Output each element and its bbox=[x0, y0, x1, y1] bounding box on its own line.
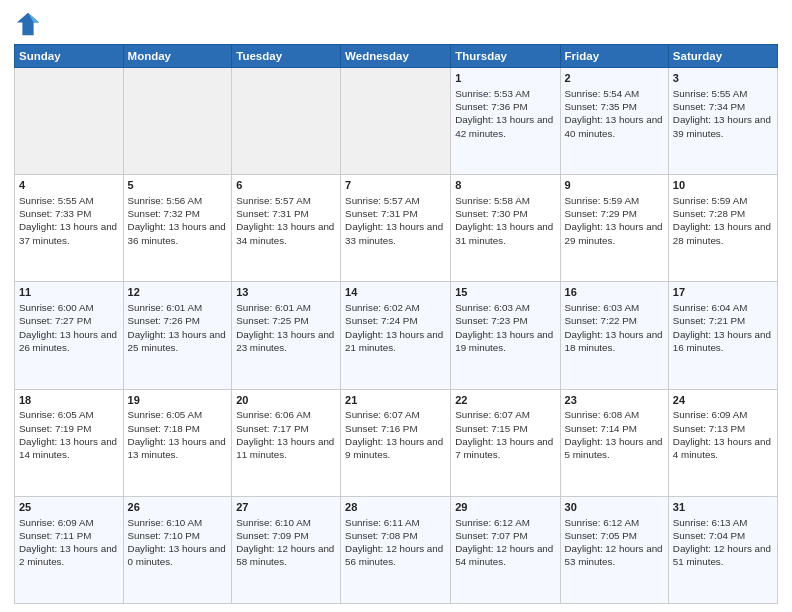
day-number: 29 bbox=[455, 500, 555, 515]
day-number: 2 bbox=[565, 71, 664, 86]
sunset-label: Sunset: 7:15 PM bbox=[455, 423, 527, 434]
calendar-cell: 13 Sunrise: 6:01 AM Sunset: 7:25 PM Dayl… bbox=[232, 282, 341, 389]
daylight-label: Daylight: 13 hours and 33 minutes. bbox=[345, 221, 443, 245]
sunset-label: Sunset: 7:16 PM bbox=[345, 423, 417, 434]
day-number: 8 bbox=[455, 178, 555, 193]
sunset-label: Sunset: 7:21 PM bbox=[673, 315, 745, 326]
sunset-label: Sunset: 7:28 PM bbox=[673, 208, 745, 219]
day-number: 18 bbox=[19, 393, 119, 408]
daylight-label: Daylight: 13 hours and 5 minutes. bbox=[565, 436, 663, 460]
weekday-header: Sunday bbox=[15, 45, 124, 68]
sunset-label: Sunset: 7:05 PM bbox=[565, 530, 637, 541]
calendar-cell: 31 Sunrise: 6:13 AM Sunset: 7:04 PM Dayl… bbox=[668, 496, 777, 603]
daylight-label: Daylight: 13 hours and 2 minutes. bbox=[19, 543, 117, 567]
sunrise-label: Sunrise: 5:58 AM bbox=[455, 195, 530, 206]
sunset-label: Sunset: 7:33 PM bbox=[19, 208, 91, 219]
sunrise-label: Sunrise: 6:07 AM bbox=[455, 409, 530, 420]
calendar-week-row: 25 Sunrise: 6:09 AM Sunset: 7:11 PM Dayl… bbox=[15, 496, 778, 603]
calendar-cell: 23 Sunrise: 6:08 AM Sunset: 7:14 PM Dayl… bbox=[560, 389, 668, 496]
calendar-cell bbox=[341, 68, 451, 175]
daylight-label: Daylight: 13 hours and 0 minutes. bbox=[128, 543, 226, 567]
daylight-label: Daylight: 13 hours and 19 minutes. bbox=[455, 329, 553, 353]
day-number: 15 bbox=[455, 285, 555, 300]
daylight-label: Daylight: 13 hours and 34 minutes. bbox=[236, 221, 334, 245]
calendar-cell: 15 Sunrise: 6:03 AM Sunset: 7:23 PM Dayl… bbox=[451, 282, 560, 389]
day-number: 9 bbox=[565, 178, 664, 193]
sunrise-label: Sunrise: 6:06 AM bbox=[236, 409, 311, 420]
daylight-label: Daylight: 12 hours and 58 minutes. bbox=[236, 543, 334, 567]
day-number: 31 bbox=[673, 500, 773, 515]
calendar-header: SundayMondayTuesdayWednesdayThursdayFrid… bbox=[15, 45, 778, 68]
calendar-cell: 4 Sunrise: 5:55 AM Sunset: 7:33 PM Dayli… bbox=[15, 175, 124, 282]
sunrise-label: Sunrise: 6:05 AM bbox=[19, 409, 94, 420]
calendar-cell: 21 Sunrise: 6:07 AM Sunset: 7:16 PM Dayl… bbox=[341, 389, 451, 496]
weekday-header: Tuesday bbox=[232, 45, 341, 68]
daylight-label: Daylight: 13 hours and 40 minutes. bbox=[565, 114, 663, 138]
calendar-body: 1 Sunrise: 5:53 AM Sunset: 7:36 PM Dayli… bbox=[15, 68, 778, 604]
daylight-label: Daylight: 13 hours and 28 minutes. bbox=[673, 221, 771, 245]
sunrise-label: Sunrise: 6:09 AM bbox=[673, 409, 748, 420]
calendar-cell: 27 Sunrise: 6:10 AM Sunset: 7:09 PM Dayl… bbox=[232, 496, 341, 603]
day-number: 28 bbox=[345, 500, 446, 515]
sunset-label: Sunset: 7:08 PM bbox=[345, 530, 417, 541]
sunrise-label: Sunrise: 6:01 AM bbox=[236, 302, 311, 313]
sunrise-label: Sunrise: 6:07 AM bbox=[345, 409, 420, 420]
daylight-label: Daylight: 13 hours and 25 minutes. bbox=[128, 329, 226, 353]
calendar-cell: 9 Sunrise: 5:59 AM Sunset: 7:29 PM Dayli… bbox=[560, 175, 668, 282]
day-number: 3 bbox=[673, 71, 773, 86]
calendar-cell: 17 Sunrise: 6:04 AM Sunset: 7:21 PM Dayl… bbox=[668, 282, 777, 389]
daylight-label: Daylight: 12 hours and 51 minutes. bbox=[673, 543, 771, 567]
calendar-cell: 5 Sunrise: 5:56 AM Sunset: 7:32 PM Dayli… bbox=[123, 175, 232, 282]
sunrise-label: Sunrise: 5:53 AM bbox=[455, 88, 530, 99]
calendar-cell: 26 Sunrise: 6:10 AM Sunset: 7:10 PM Dayl… bbox=[123, 496, 232, 603]
calendar-cell: 1 Sunrise: 5:53 AM Sunset: 7:36 PM Dayli… bbox=[451, 68, 560, 175]
calendar-cell: 18 Sunrise: 6:05 AM Sunset: 7:19 PM Dayl… bbox=[15, 389, 124, 496]
calendar-cell bbox=[232, 68, 341, 175]
sunrise-label: Sunrise: 6:13 AM bbox=[673, 517, 748, 528]
sunrise-label: Sunrise: 6:12 AM bbox=[455, 517, 530, 528]
sunset-label: Sunset: 7:34 PM bbox=[673, 101, 745, 112]
day-number: 21 bbox=[345, 393, 446, 408]
calendar-cell: 30 Sunrise: 6:12 AM Sunset: 7:05 PM Dayl… bbox=[560, 496, 668, 603]
calendar-cell: 25 Sunrise: 6:09 AM Sunset: 7:11 PM Dayl… bbox=[15, 496, 124, 603]
sunset-label: Sunset: 7:11 PM bbox=[19, 530, 91, 541]
sunrise-label: Sunrise: 6:04 AM bbox=[673, 302, 748, 313]
daylight-label: Daylight: 12 hours and 54 minutes. bbox=[455, 543, 553, 567]
day-number: 19 bbox=[128, 393, 228, 408]
sunrise-label: Sunrise: 6:08 AM bbox=[565, 409, 640, 420]
daylight-label: Daylight: 12 hours and 53 minutes. bbox=[565, 543, 663, 567]
calendar-cell: 6 Sunrise: 5:57 AM Sunset: 7:31 PM Dayli… bbox=[232, 175, 341, 282]
calendar-cell: 20 Sunrise: 6:06 AM Sunset: 7:17 PM Dayl… bbox=[232, 389, 341, 496]
weekday-row: SundayMondayTuesdayWednesdayThursdayFrid… bbox=[15, 45, 778, 68]
sunset-label: Sunset: 7:18 PM bbox=[128, 423, 200, 434]
calendar-cell bbox=[15, 68, 124, 175]
daylight-label: Daylight: 13 hours and 4 minutes. bbox=[673, 436, 771, 460]
day-number: 20 bbox=[236, 393, 336, 408]
calendar-cell: 22 Sunrise: 6:07 AM Sunset: 7:15 PM Dayl… bbox=[451, 389, 560, 496]
page: SundayMondayTuesdayWednesdayThursdayFrid… bbox=[0, 0, 792, 612]
calendar-cell: 3 Sunrise: 5:55 AM Sunset: 7:34 PM Dayli… bbox=[668, 68, 777, 175]
day-number: 30 bbox=[565, 500, 664, 515]
weekday-header: Thursday bbox=[451, 45, 560, 68]
day-number: 25 bbox=[19, 500, 119, 515]
daylight-label: Daylight: 13 hours and 18 minutes. bbox=[565, 329, 663, 353]
daylight-label: Daylight: 13 hours and 37 minutes. bbox=[19, 221, 117, 245]
daylight-label: Daylight: 13 hours and 21 minutes. bbox=[345, 329, 443, 353]
logo bbox=[14, 10, 46, 38]
calendar-week-row: 4 Sunrise: 5:55 AM Sunset: 7:33 PM Dayli… bbox=[15, 175, 778, 282]
daylight-label: Daylight: 13 hours and 29 minutes. bbox=[565, 221, 663, 245]
day-number: 27 bbox=[236, 500, 336, 515]
day-number: 23 bbox=[565, 393, 664, 408]
calendar-cell: 7 Sunrise: 5:57 AM Sunset: 7:31 PM Dayli… bbox=[341, 175, 451, 282]
daylight-label: Daylight: 13 hours and 31 minutes. bbox=[455, 221, 553, 245]
sunrise-label: Sunrise: 5:59 AM bbox=[565, 195, 640, 206]
calendar-cell: 11 Sunrise: 6:00 AM Sunset: 7:27 PM Dayl… bbox=[15, 282, 124, 389]
sunset-label: Sunset: 7:31 PM bbox=[345, 208, 417, 219]
day-number: 4 bbox=[19, 178, 119, 193]
sunrise-label: Sunrise: 6:10 AM bbox=[128, 517, 203, 528]
day-number: 7 bbox=[345, 178, 446, 193]
calendar-cell: 16 Sunrise: 6:03 AM Sunset: 7:22 PM Dayl… bbox=[560, 282, 668, 389]
weekday-header: Saturday bbox=[668, 45, 777, 68]
daylight-label: Daylight: 13 hours and 11 minutes. bbox=[236, 436, 334, 460]
sunset-label: Sunset: 7:32 PM bbox=[128, 208, 200, 219]
